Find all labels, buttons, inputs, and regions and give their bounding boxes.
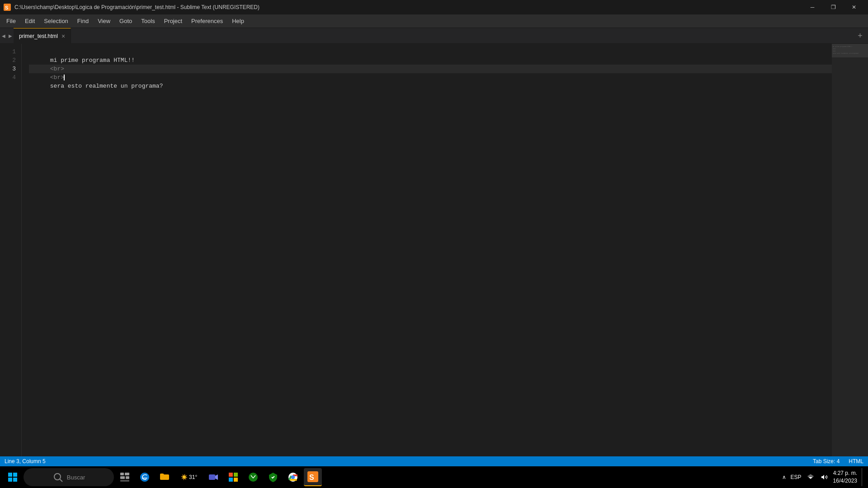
code-line-3: <br> (29, 65, 832, 73)
clock-date: 16/4/2023 (833, 477, 857, 485)
show-desktop-button[interactable] (862, 468, 864, 486)
task-view-icon (119, 472, 130, 483)
xbox-button[interactable] (244, 468, 262, 486)
menu-bar: File Edit Selection Find View Goto Tools… (0, 14, 868, 28)
network-icon[interactable] (806, 473, 815, 482)
chrome-button[interactable] (284, 468, 302, 486)
svg-rect-8 (120, 473, 124, 475)
taskbar-left: Buscar ☀ (4, 468, 322, 486)
line-number-3: 3 (0, 65, 21, 73)
taskbar: Buscar ☀ (0, 466, 868, 488)
status-right: Tab Size: 4 HTML (813, 458, 863, 465)
tab-nav-left[interactable]: ◀ (0, 28, 7, 44)
text-cursor (64, 75, 65, 80)
title-bar: S C:\Users\champ\Desktop\Logica de Progr… (0, 0, 868, 14)
status-position[interactable]: Line 3, Column 5 (5, 458, 46, 465)
menu-help[interactable]: Help (227, 16, 249, 26)
file-explorer-icon (159, 472, 170, 483)
svg-rect-3 (13, 473, 17, 477)
menu-file[interactable]: File (2, 16, 20, 26)
search-button[interactable]: Buscar (24, 468, 114, 486)
svg-rect-2 (8, 473, 12, 477)
code-editor[interactable]: mi prime programa HTML!! <br> <br> sera … (22, 44, 832, 456)
minimap: mi prime programa HTML!! <br> <br> sera … (832, 44, 868, 456)
svg-rect-14 (229, 473, 233, 477)
menu-project[interactable]: Project (160, 16, 187, 26)
teams-icon (208, 472, 219, 483)
menu-find[interactable]: Find (73, 16, 93, 26)
menu-tools[interactable]: Tools (137, 16, 159, 26)
menu-preferences[interactable]: Preferences (187, 16, 227, 26)
title-bar-left: S C:\Users\champ\Desktop\Logica de Progr… (4, 4, 259, 11)
svg-rect-12 (120, 480, 129, 482)
svg-point-18 (249, 473, 258, 482)
tab-filename: primer_test.html (19, 33, 58, 39)
store-icon (228, 472, 239, 483)
search-label: Buscar (67, 474, 85, 481)
svg-rect-4 (8, 478, 12, 482)
security-icon (268, 472, 278, 483)
add-tab-button[interactable]: + (852, 28, 868, 44)
status-bar: Line 3, Column 5 Tab Size: 4 HTML (0, 456, 868, 466)
chevron-up-icon[interactable]: ∧ (782, 474, 786, 480)
store-button[interactable] (224, 468, 242, 486)
security-button[interactable] (264, 468, 282, 486)
app-icon: S (4, 4, 11, 11)
maximize-button[interactable]: ❐ (823, 0, 844, 14)
sublime-icon: S (307, 471, 318, 482)
status-tab-size[interactable]: Tab Size: 4 (813, 458, 840, 465)
sublime-taskbar-button[interactable]: S (304, 468, 322, 486)
language-indicator: ESP (791, 474, 802, 480)
start-button[interactable] (4, 468, 22, 486)
system-clock[interactable]: 4:27 p. m. 16/4/2023 (833, 469, 857, 485)
tab-nav-right[interactable]: ▶ (7, 28, 14, 44)
task-view-button[interactable] (116, 468, 134, 486)
svg-rect-17 (234, 478, 238, 482)
chrome-icon (288, 472, 298, 483)
svg-rect-9 (125, 473, 129, 475)
volume-icon[interactable] (820, 473, 829, 482)
file-explorer-button[interactable] (156, 468, 174, 486)
weather-button[interactable]: ☀️ 31° (175, 468, 203, 486)
tab-close-button[interactable]: × (61, 33, 65, 39)
code-line-2: <br> (29, 56, 832, 65)
code-line-4: sera esto realmente un programa? (29, 73, 832, 82)
svg-text:S: S (309, 474, 314, 481)
svg-point-21 (291, 475, 295, 479)
minimap-indicator (832, 44, 868, 57)
edge-icon (139, 472, 150, 483)
svg-rect-11 (126, 476, 129, 479)
title-bar-title: C:\Users\champ\Desktop\Logica de Program… (14, 4, 259, 10)
svg-rect-15 (234, 473, 238, 477)
svg-text:S: S (5, 5, 8, 10)
title-bar-controls: ─ ❐ ✕ (802, 0, 864, 14)
search-icon (52, 472, 63, 483)
teams-button[interactable] (204, 468, 222, 486)
line-number-1: 1 (0, 47, 21, 56)
edge-icon-button[interactable] (136, 468, 154, 486)
line-number-2: 2 (0, 56, 21, 65)
minimize-button[interactable]: ─ (802, 0, 823, 14)
editor-container: 1 2 3 4 mi prime programa HTML!! <br> <b… (0, 44, 868, 456)
svg-rect-13 (209, 474, 215, 480)
windows-icon (7, 472, 18, 483)
status-language[interactable]: HTML (849, 458, 863, 465)
svg-line-7 (60, 479, 62, 482)
svg-rect-10 (120, 476, 125, 479)
menu-selection[interactable]: Selection (39, 16, 72, 26)
active-tab[interactable]: primer_test.html × (14, 28, 71, 44)
tab-bar: ◀ ▶ primer_test.html × + (0, 28, 868, 44)
status-left: Line 3, Column 5 (5, 458, 46, 465)
clock-time: 4:27 p. m. (833, 469, 857, 477)
svg-point-6 (54, 474, 61, 480)
xbox-icon (248, 472, 259, 483)
code-line-1: mi prime programa HTML!! (29, 47, 832, 56)
menu-edit[interactable]: Edit (20, 16, 39, 26)
menu-goto[interactable]: Goto (115, 16, 137, 26)
close-button[interactable]: ✕ (844, 0, 864, 14)
line-number-4: 4 (0, 73, 21, 82)
svg-rect-16 (229, 478, 233, 482)
menu-view[interactable]: View (93, 16, 115, 26)
line-numbers: 1 2 3 4 (0, 44, 22, 456)
svg-rect-5 (13, 478, 17, 482)
